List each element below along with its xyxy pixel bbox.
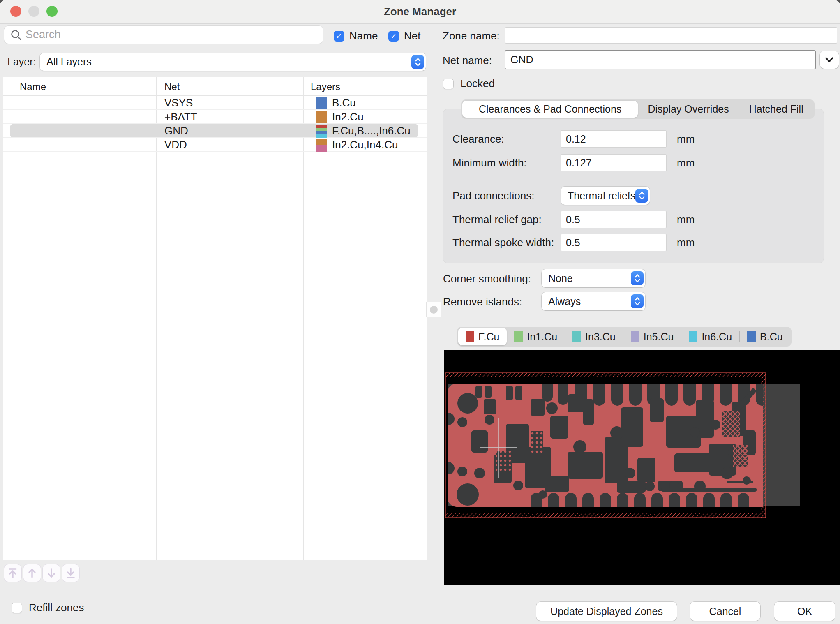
corner-smoothing-label: Corner smoothing: bbox=[443, 273, 531, 285]
layer-filter-value: All Layers bbox=[40, 56, 411, 68]
layer-color-swatch bbox=[316, 139, 327, 152]
refill-zones-label: Refill zones bbox=[29, 601, 84, 614]
row-divider bbox=[3, 151, 427, 152]
net-name-label: Net name: bbox=[443, 54, 492, 67]
layer-filter-label: Layer: bbox=[7, 56, 36, 68]
unit-label: mm bbox=[677, 236, 695, 249]
column-header-name[interactable]: Name bbox=[20, 81, 46, 92]
search-icon bbox=[10, 29, 22, 41]
layer-chip-b-cu[interactable]: B.Cu bbox=[740, 328, 790, 345]
setting-row: Clearance:mm bbox=[443, 130, 824, 148]
corner-smoothing-dropdown[interactable]: None bbox=[542, 269, 645, 287]
clearance-input[interactable] bbox=[561, 131, 666, 147]
pane-splitter-handle[interactable] bbox=[427, 302, 441, 317]
thermal-relief-gap-label: Thermal relief gap: bbox=[452, 213, 542, 226]
unit-label: mm bbox=[677, 213, 695, 226]
pcb-preview-canvas bbox=[444, 350, 840, 585]
name-filter-label: Name bbox=[349, 30, 378, 42]
layer-chip-in6-cu[interactable]: In6.Cu bbox=[681, 328, 739, 345]
preview-layer-tabs: F.CuIn1.CuIn3.CuIn5.CuIn6.CuB.Cu bbox=[457, 327, 792, 347]
layers-cell: F.Cu,B....,In6.Cu bbox=[332, 125, 411, 137]
layer-color-swatch bbox=[689, 331, 697, 342]
move-down-button[interactable] bbox=[43, 564, 60, 582]
minimum-width-input[interactable] bbox=[561, 155, 666, 171]
chevron-down-icon bbox=[824, 57, 834, 63]
layer-filter-dropdown[interactable]: All Layers bbox=[40, 53, 426, 71]
refill-zones-checkbox[interactable] bbox=[12, 603, 22, 613]
tab-display-overrides[interactable]: Display Overrides bbox=[638, 101, 738, 118]
table-header: Name Net Layers bbox=[3, 77, 427, 96]
zone-manager-dialog: Zone Manager Search ✓ Name ✓ Net Layer: … bbox=[0, 0, 840, 624]
name-filter-checkbox[interactable]: ✓ bbox=[334, 31, 344, 42]
layer-color-swatch bbox=[514, 331, 523, 342]
stepper-icon bbox=[631, 271, 644, 285]
unit-label: mm bbox=[677, 157, 695, 169]
layer-chip-label: In6.Cu bbox=[702, 331, 732, 343]
column-header-net[interactable]: Net bbox=[164, 81, 180, 92]
thermal-relief-gap-input[interactable] bbox=[561, 211, 666, 228]
locked-checkbox[interactable] bbox=[443, 79, 454, 89]
net-filter-label: Net bbox=[404, 30, 420, 42]
thermal-spoke-width-input[interactable] bbox=[561, 234, 666, 251]
zone-name-input[interactable] bbox=[505, 28, 837, 43]
move-to-bottom-button[interactable] bbox=[62, 564, 79, 582]
move-to-top-button[interactable] bbox=[4, 564, 21, 582]
tab-clearances-pad-connections[interactable]: Clearances & Pad Connections bbox=[462, 101, 638, 118]
tab-hatched-fill[interactable]: Hatched Fill bbox=[739, 101, 813, 118]
move-up-button[interactable] bbox=[23, 564, 41, 582]
stepper-icon bbox=[635, 189, 648, 203]
pad-connections-label: Pad connections: bbox=[452, 190, 534, 202]
layer-color-swatch bbox=[572, 331, 581, 342]
remove-islands-dropdown[interactable]: Always bbox=[542, 292, 645, 310]
locked-label: Locked bbox=[460, 77, 495, 90]
minimum-width-label: Minimum width: bbox=[452, 157, 527, 169]
search-input[interactable]: Search bbox=[4, 26, 323, 44]
setting-row: Thermal relief gap:mm bbox=[443, 210, 824, 229]
corner-smoothing-value: None bbox=[542, 273, 631, 284]
page-title: Zone Manager bbox=[0, 0, 840, 23]
layer-chip-label: In5.Cu bbox=[644, 331, 674, 343]
remove-islands-value: Always bbox=[542, 296, 631, 307]
layer-color-swatch bbox=[316, 97, 327, 109]
net-cell: +BATT bbox=[164, 111, 197, 123]
layer-chip-in5-cu[interactable]: In5.Cu bbox=[623, 328, 681, 345]
layer-chip-label: F.Cu bbox=[478, 331, 499, 343]
layer-chip-in1-cu[interactable]: In1.Cu bbox=[507, 328, 565, 345]
thermal-spoke-width-label: Thermal spoke width: bbox=[452, 236, 554, 249]
layer-color-swatch bbox=[316, 125, 327, 138]
net-name-dropdown-button[interactable] bbox=[820, 51, 839, 69]
update-displayed-zones-button[interactable]: Update Displayed Zones bbox=[536, 602, 677, 621]
column-header-layers[interactable]: Layers bbox=[311, 81, 340, 92]
clearances-panel: Clearance:mmMinimum width:mmPad connecti… bbox=[443, 109, 824, 263]
layer-chip-in3-cu[interactable]: In3.Cu bbox=[565, 328, 623, 345]
stepper-icon bbox=[411, 55, 424, 69]
search-placeholder: Search bbox=[25, 28, 61, 41]
setting-row: Pad connections:Thermal reliefs bbox=[443, 187, 824, 205]
net-name-input[interactable] bbox=[505, 51, 815, 69]
unit-label: mm bbox=[677, 133, 695, 146]
table-row[interactable]: VDDIn2.Cu,In4.Cu bbox=[3, 138, 427, 152]
layers-cell: In2.Cu bbox=[332, 111, 364, 123]
reorder-toolbar bbox=[4, 564, 79, 582]
clearance-label: Clearance: bbox=[452, 133, 504, 146]
properties-tab-bar: Clearances & Pad ConnectionsDisplay Over… bbox=[461, 99, 815, 119]
stepper-icon bbox=[631, 294, 644, 308]
layer-chip-label: In3.Cu bbox=[585, 331, 616, 343]
zone-list-table: Name Net Layers VSYSB.Cu+BATTIn2.CuGNDF.… bbox=[3, 77, 427, 560]
table-row[interactable]: GNDF.Cu,B....,In6.Cu bbox=[3, 124, 427, 138]
pad-connections-value: Thermal reliefs bbox=[561, 190, 635, 202]
zone-name-label: Zone name: bbox=[443, 30, 500, 42]
remove-islands-label: Remove islands: bbox=[443, 296, 522, 308]
layers-cell: In2.Cu,In4.Cu bbox=[332, 139, 398, 151]
layer-chip-label: In1.Cu bbox=[527, 331, 557, 343]
ok-button[interactable]: OK bbox=[774, 602, 835, 621]
layer-chip-f-cu[interactable]: F.Cu bbox=[458, 328, 507, 345]
net-filter-checkbox[interactable]: ✓ bbox=[388, 31, 399, 42]
layer-color-swatch bbox=[316, 111, 327, 123]
table-row[interactable]: +BATTIn2.Cu bbox=[3, 110, 427, 124]
cancel-button[interactable]: Cancel bbox=[690, 602, 760, 621]
table-row[interactable]: VSYSB.Cu bbox=[3, 96, 427, 110]
pad-connections-dropdown[interactable]: Thermal reliefs bbox=[561, 187, 650, 205]
setting-row: Thermal spoke width:mm bbox=[443, 233, 824, 252]
net-cell: VSYS bbox=[164, 97, 193, 109]
